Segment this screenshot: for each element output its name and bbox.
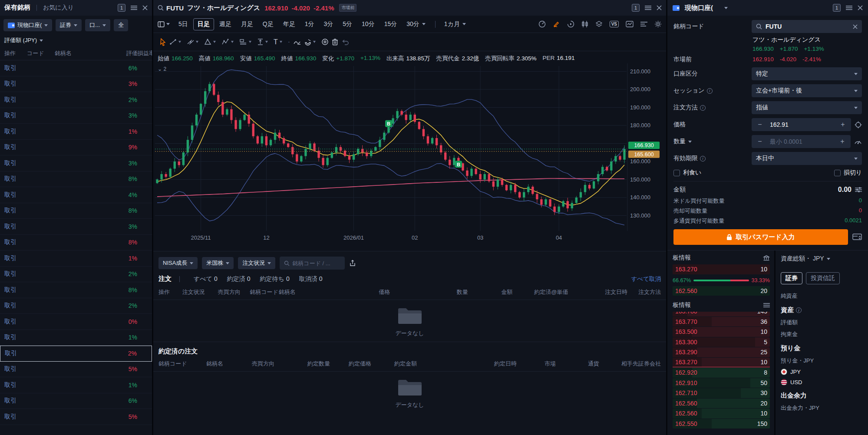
board-level[interactable]: 163.77036	[673, 317, 770, 327]
symbol-search[interactable]	[280, 257, 345, 270]
info-icon[interactable]: i	[700, 105, 706, 111]
depth-list-icon[interactable]	[763, 303, 770, 308]
table-row[interactable]: 取引5%	[0, 409, 152, 425]
chevron-down-icon[interactable]	[724, 7, 728, 9]
settings-gear-icon[interactable]	[654, 20, 662, 28]
timeframe-15分[interactable]: 15分	[380, 18, 402, 30]
price-chart[interactable]: 210.000200.000190.000180.000160.000150.0…	[153, 63, 665, 250]
best-bid-row[interactable]: 162.560 20	[673, 286, 770, 296]
account-filter[interactable]: 現物口座(	[3, 19, 52, 31]
trade-link[interactable]: 取引	[4, 270, 55, 278]
table-row[interactable]: 取引2%	[0, 346, 152, 362]
trendline-tool-icon[interactable]	[169, 39, 177, 45]
search-icon[interactable]	[158, 5, 164, 11]
polyline-tool-icon[interactable]	[221, 39, 229, 45]
trade-link[interactable]: 取引	[4, 365, 55, 373]
info-icon[interactable]: i	[700, 156, 706, 161]
draw-pencil-icon[interactable]	[553, 20, 560, 28]
table-row[interactable]: 取引6%	[0, 393, 152, 409]
trade-link[interactable]: 取引	[4, 128, 55, 135]
board-level[interactable]: 162.550150	[673, 419, 770, 429]
table-row[interactable]: 取引4%	[0, 187, 152, 203]
window-number-badge[interactable]: 1	[833, 4, 841, 12]
table-row[interactable]: 取引5%	[0, 362, 152, 378]
order-count-tab[interactable]: 約定済0	[227, 275, 251, 283]
trade-link[interactable]: 取引	[4, 96, 55, 104]
list-menu-icon[interactable]	[846, 5, 852, 10]
filter-market[interactable]: 米国株	[202, 257, 234, 269]
trade-link[interactable]: 取引	[4, 302, 55, 310]
search-input[interactable]	[292, 260, 340, 267]
board-level[interactable]: 163.27010	[673, 358, 770, 368]
trade-link[interactable]: 取引	[4, 223, 55, 231]
trade-link[interactable]: 取引	[4, 175, 55, 183]
order-count-tab[interactable]: 約定待ち0	[260, 275, 290, 283]
trade-link[interactable]: 取引	[4, 333, 55, 341]
candlestick-style-icon[interactable]	[581, 20, 588, 28]
chart-check-icon[interactable]	[626, 21, 634, 27]
take-profit-checkbox[interactable]	[673, 170, 680, 176]
period-dropdown[interactable]: 1カ月	[440, 18, 470, 30]
compare-vs-icon[interactable]: VS	[610, 21, 619, 27]
timeframe-日足[interactable]: 日足	[193, 18, 214, 30]
quantity-label[interactable]: 数量	[673, 138, 752, 145]
window-number-badge[interactable]: 1	[118, 4, 125, 12]
align-lines-icon[interactable]	[640, 21, 647, 27]
text-tool-icon[interactable]: T	[274, 38, 278, 46]
trade-link[interactable]: 取引	[4, 191, 55, 199]
cursor-tool-icon[interactable]	[159, 38, 166, 46]
table-row[interactable]: 取引8%	[0, 235, 152, 251]
best-ask-row[interactable]: 163.270 10	[673, 264, 770, 274]
account-type-select[interactable]: 特定	[752, 67, 862, 80]
tab-securities[interactable]: 証券	[781, 272, 802, 284]
cancel-all-link[interactable]: すべて取消	[631, 275, 661, 283]
table-row[interactable]: 取引2%	[0, 267, 152, 283]
board-level[interactable]: 163.780145	[673, 312, 770, 316]
chevron-down-icon[interactable]	[280, 41, 282, 43]
broker-filter[interactable]: 証券	[56, 19, 82, 31]
tab-holdings[interactable]: 保有銘柄	[4, 3, 30, 12]
timeframe-年足[interactable]: 年足	[279, 18, 300, 30]
board-level[interactable]: 163.3005	[673, 337, 770, 347]
gauge-icon[interactable]	[538, 20, 546, 28]
board-level[interactable]: 162.91050	[673, 378, 770, 388]
trade-link[interactable]: 取引	[4, 64, 55, 72]
table-row[interactable]: 取引3%	[0, 155, 152, 171]
table-row[interactable]: 取引8%	[0, 282, 152, 298]
order-method-select[interactable]: 指値	[752, 101, 862, 114]
board-level[interactable]: 162.56020	[673, 399, 770, 409]
table-row[interactable]: 取引3%	[0, 108, 152, 124]
tab-favorites[interactable]: お気に入り	[43, 4, 74, 12]
window-number-badge[interactable]: 1	[632, 4, 640, 12]
chart-layout-icon[interactable]	[158, 21, 165, 27]
sort-by-valuation[interactable]: 評価額 (JPY)	[0, 33, 152, 47]
delete-tool-icon[interactable]	[332, 38, 338, 46]
timeframe-Q足[interactable]: Q足	[258, 18, 278, 30]
price-stepper[interactable]: − +	[752, 118, 851, 131]
plus-button[interactable]: +	[839, 121, 847, 129]
table-row[interactable]: 取引2%	[0, 92, 152, 108]
table-row[interactable]: 取引1%	[0, 250, 152, 267]
table-row[interactable]: 取引1%	[0, 377, 152, 393]
price-target-icon[interactable]	[855, 121, 862, 129]
plus-button[interactable]: +	[838, 138, 846, 145]
quantity-input[interactable]	[764, 138, 838, 145]
export-icon[interactable]	[349, 260, 356, 267]
trade-link[interactable]: 取引	[4, 238, 55, 246]
table-row[interactable]: 取引0%	[0, 314, 152, 330]
timeframe-週足[interactable]: 週足	[215, 18, 236, 30]
table-row[interactable]: 取引1%	[0, 124, 152, 140]
board-level[interactable]: 162.56010	[673, 409, 770, 419]
order-count-tab[interactable]: 取消済0	[299, 275, 323, 283]
timeframe-月足[interactable]: 月足	[237, 18, 257, 30]
chevron-down-icon[interactable]	[178, 41, 181, 43]
all-filter[interactable]: 全	[114, 19, 128, 31]
chevron-down-icon[interactable]	[213, 41, 216, 43]
table-row[interactable]: 取引1%	[0, 330, 152, 346]
chevron-down-icon[interactable]	[166, 23, 170, 25]
chart-area[interactable]: 始値166.250高値168.960安値165.490終値166.930変化+1…	[153, 51, 666, 251]
timeframe-5分[interactable]: 5分	[338, 18, 356, 30]
trade-link[interactable]: 取引	[4, 207, 55, 214]
shape-tool-icon[interactable]	[204, 39, 211, 45]
tif-select[interactable]: 本日中	[752, 152, 862, 165]
